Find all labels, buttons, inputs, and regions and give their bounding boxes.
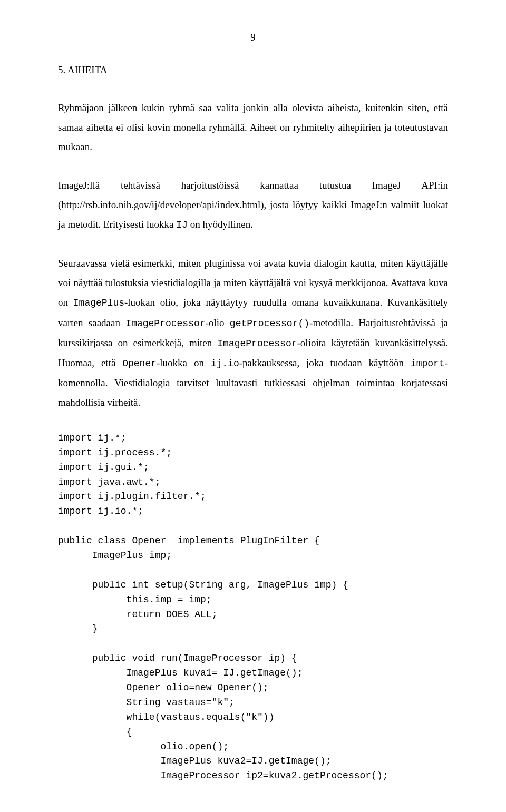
- inline-code-ijio: ij.io: [211, 358, 239, 369]
- document-page: 9 5. AIHEITA Ryhmäjaon jälkeen kukin ryh…: [0, 0, 506, 812]
- inline-code-imageprocessor: ImageProcessor: [125, 318, 205, 329]
- inline-code-ij: IJ: [176, 220, 188, 230]
- inline-code-imageplus: ImagePlus: [73, 298, 124, 308]
- paragraph-1: Ryhmäjaon jälkeen kukin ryhmä saa valita…: [58, 98, 448, 156]
- paragraph-2-text-b: on hyödyllinen.: [188, 219, 253, 230]
- paragraph-3-text-f: -luokka on: [157, 357, 211, 368]
- paragraph-3: Seuraavassa vielä esimerkki, miten plugi…: [58, 253, 448, 412]
- section-heading: 5. AIHEITA: [58, 64, 448, 76]
- inline-code-imageprocessor-2: ImageProcessor: [217, 338, 297, 349]
- paragraph-2-text-a: ImageJ:llä tehtävissä harjoitustöissä ka…: [58, 180, 448, 230]
- inline-code-getprocessor: getProcessor(): [230, 318, 309, 329]
- paragraph-3-text-c: -olio: [206, 317, 230, 328]
- inline-code-opener: Opener: [122, 358, 157, 369]
- code-block: import ij.*; import ij.process.*; import…: [58, 431, 448, 784]
- paragraph-2: ImageJ:llä tehtävissä harjoitustöissä ka…: [58, 175, 448, 234]
- paragraph-3-text-g: -pakkauksessa, joka tuodaan käyttöön: [239, 357, 411, 368]
- inline-code-import: import: [411, 358, 445, 369]
- page-number: 9: [58, 32, 448, 43]
- paragraph-1-text: Ryhmäjaon jälkeen kukin ryhmä saa valita…: [58, 102, 448, 152]
